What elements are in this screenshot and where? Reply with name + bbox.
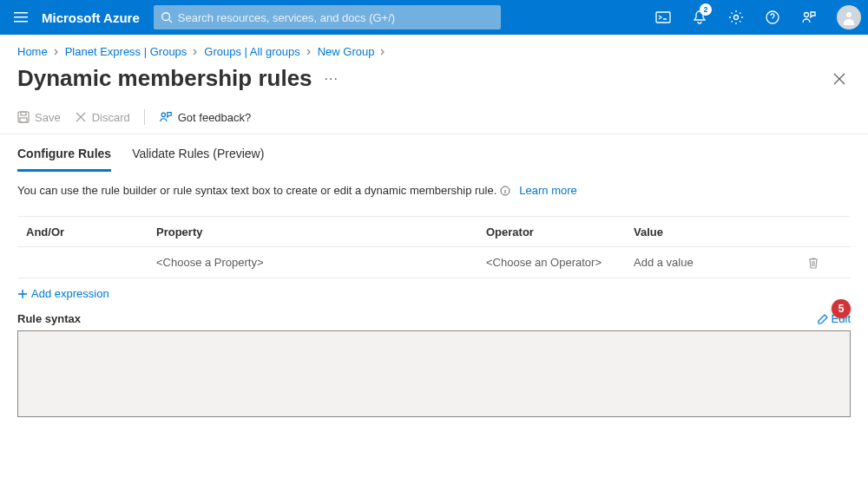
settings-button[interactable] [719, 0, 753, 35]
plus-icon [17, 289, 28, 299]
avatar-icon [841, 10, 857, 25]
topbar: Microsoft Azure 2 [0, 0, 868, 35]
svg-line-4 [168, 20, 172, 23]
svg-rect-5 [656, 12, 670, 23]
close-blade-button[interactable] [828, 68, 851, 90]
gear-icon [728, 10, 744, 25]
breadcrumb: Home Planet Express | Groups Groups | Al… [0, 35, 868, 62]
delete-row-button[interactable] [807, 257, 842, 269]
add-expression-button[interactable]: Add expression [0, 278, 127, 309]
table-header-row: And/Or Property Operator Value [17, 216, 851, 247]
rule-syntax-header: Rule syntax Edit [0, 309, 868, 329]
user-avatar[interactable] [837, 5, 861, 29]
property-dropdown[interactable]: <Choose a Property> [156, 256, 486, 269]
search-icon [161, 11, 173, 23]
rule-syntax-title: Rule syntax [17, 312, 818, 325]
discard-icon [75, 111, 87, 123]
trash-icon [807, 257, 819, 269]
table-row: <Choose a Property> <Choose an Operator>… [17, 247, 851, 278]
command-separator [144, 109, 145, 125]
svg-point-3 [162, 13, 170, 21]
breadcrumb-item-home[interactable]: Home [17, 45, 48, 58]
description-text: You can use the rule builder or rule syn… [17, 184, 496, 197]
feedback-link[interactable]: Got feedback? [159, 110, 252, 124]
tab-configure-rules[interactable]: Configure Rules [17, 147, 111, 172]
person-feedback-icon [801, 10, 817, 25]
chevron-right-icon [379, 49, 386, 56]
svg-rect-2 [14, 21, 28, 23]
person-feedback-icon [159, 110, 173, 124]
svg-rect-0 [14, 12, 28, 14]
notification-badge: 2 [700, 3, 712, 16]
cloud-shell-icon [655, 10, 671, 25]
info-icon[interactable] [500, 186, 510, 196]
svg-point-13 [161, 113, 165, 116]
add-expression-label: Add expression [31, 287, 109, 300]
svg-rect-11 [21, 112, 26, 115]
edit-icon [818, 314, 828, 324]
breadcrumb-item-planet-express[interactable]: Planet Express | Groups [65, 45, 187, 58]
help-button[interactable] [755, 0, 790, 35]
svg-rect-1 [14, 16, 28, 18]
tabs: Configure Rules Validate Rules (Preview) [0, 134, 868, 172]
svg-rect-12 [20, 118, 27, 122]
th-value: Value [634, 225, 807, 238]
hamburger-menu[interactable] [7, 3, 35, 31]
help-icon [765, 10, 780, 25]
svg-point-6 [734, 16, 739, 20]
breadcrumb-item-groups[interactable]: Groups | All groups [204, 45, 299, 58]
operator-dropdown[interactable]: <Choose an Operator> [486, 256, 634, 269]
th-andor: And/Or [26, 225, 156, 238]
hamburger-icon [14, 10, 28, 24]
page-title: Dynamic membership rules [17, 65, 312, 92]
rule-syntax-textarea[interactable] [17, 330, 851, 417]
chevron-right-icon [192, 49, 199, 56]
feedback-button[interactable] [792, 0, 826, 35]
tab-validate-rules[interactable]: Validate Rules (Preview) [132, 147, 264, 171]
svg-point-9 [846, 12, 852, 17]
th-property: Property [156, 225, 486, 238]
rule-builder-table: And/Or Property Operator Value <Choose a… [17, 216, 851, 278]
description-row: You can use the rule builder or rule syn… [0, 172, 868, 202]
more-actions-button[interactable]: ··· [325, 71, 339, 87]
notifications-button[interactable]: 2 [682, 0, 717, 35]
close-icon [833, 73, 845, 85]
chevron-right-icon [53, 49, 60, 56]
save-label: Save [35, 111, 61, 124]
th-operator: Operator [486, 225, 634, 238]
svg-point-8 [805, 13, 809, 17]
search-input[interactable] [178, 11, 494, 24]
brand-label[interactable]: Microsoft Azure [35, 10, 154, 25]
save-button[interactable]: Save [17, 111, 61, 124]
save-icon [17, 111, 30, 123]
breadcrumb-item-new-group[interactable]: New Group [318, 45, 375, 58]
feedback-label: Got feedback? [178, 111, 252, 124]
learn-more-link[interactable]: Learn more [519, 184, 576, 197]
topbar-icon-group: 2 [646, 0, 861, 35]
global-search[interactable] [154, 5, 501, 29]
chevron-right-icon [306, 49, 312, 56]
cloud-shell-button[interactable] [646, 0, 681, 35]
discard-label: Discard [92, 111, 130, 124]
annotation-badge: 5 [832, 299, 851, 318]
command-bar: Save Discard Got feedback? [0, 102, 868, 134]
value-input[interactable]: Add a value [634, 256, 807, 269]
page-header: Dynamic membership rules ··· [0, 62, 868, 102]
discard-button[interactable]: Discard [75, 111, 130, 124]
